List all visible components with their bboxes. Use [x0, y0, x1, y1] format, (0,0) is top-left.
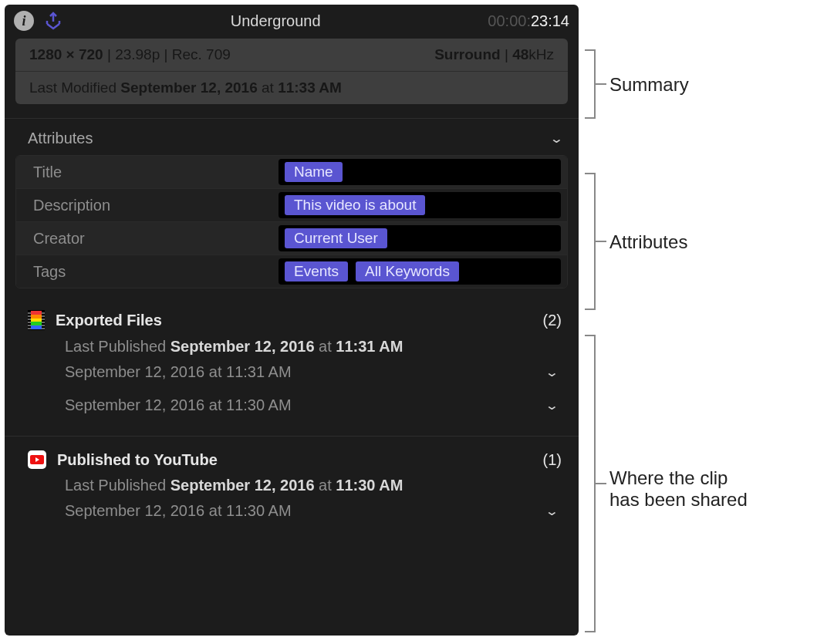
summary-audio: Surround | 48kHz: [434, 46, 554, 63]
share-item-text: September 12, 2016 at 11:30 AM: [65, 396, 292, 414]
attribute-value-creator[interactable]: Current User: [279, 225, 561, 251]
timecode-dim: 00:00:: [488, 12, 531, 29]
youtube-icon: [28, 450, 46, 469]
chevron-down-icon: ⌄: [545, 365, 559, 379]
attributes-label: Attributes: [28, 130, 93, 147]
attribute-token[interactable]: This video is about: [285, 195, 425, 215]
share-last-published: Last Published September 12, 2016 at 11:…: [28, 469, 562, 494]
summary-modified-time: 11:33 AM: [278, 79, 342, 96]
share-item[interactable]: September 12, 2016 at 11:30 AM ⌄: [28, 389, 562, 422]
share-last-published: Last Published September 12, 2016 at 11:…: [28, 330, 562, 356]
summary-modified-date: September 12, 2016: [120, 79, 257, 96]
attribute-label: Tags: [16, 257, 279, 287]
inspector-header: i Underground 00:00:23:14: [5, 5, 579, 39]
share-icon[interactable]: [43, 11, 63, 31]
share-inspector-panel: i Underground 00:00:23:14 1280 × 720 | 2…: [5, 5, 579, 636]
chevron-down-icon: ⌄: [545, 398, 559, 413]
share-title: Exported Files: [56, 312, 162, 329]
info-icon[interactable]: i: [14, 11, 34, 31]
attribute-row-tags: Tags Events All Keywords: [16, 255, 567, 288]
annotation-summary: Summary: [609, 74, 689, 96]
chevron-down-icon: ⌄: [545, 504, 559, 518]
summary-audio-rate: 48: [512, 46, 528, 62]
annotation-attributes: Attributes: [609, 231, 687, 253]
attributes-header[interactable]: Attributes ⌄: [5, 119, 579, 155]
annotation-bracket-summary: [585, 49, 596, 119]
attributes-section: Title Name Description This video is abo…: [15, 155, 568, 288]
share-count: (2): [543, 312, 562, 329]
summary-resolution: 1280 × 720: [29, 46, 103, 62]
attribute-label: Title: [16, 157, 279, 187]
timecode: 00:00:23:14: [488, 12, 569, 30]
share-title: Published to YouTube: [57, 451, 218, 469]
summary-color-space: Rec. 709: [172, 46, 231, 62]
share-item[interactable]: September 12, 2016 at 11:30 AM ⌄: [28, 494, 562, 528]
attribute-row-title: Title Name: [16, 156, 567, 188]
annotation-bracket-shared: [585, 335, 596, 632]
attribute-token[interactable]: All Keywords: [356, 261, 459, 282]
attribute-token[interactable]: Name: [285, 162, 343, 182]
clip-title: Underground: [73, 12, 478, 30]
share-block-youtube: Published to YouTube (1) Last Published …: [5, 437, 579, 531]
summary-format-left: 1280 × 720 | 23.98p | Rec. 709: [29, 46, 231, 63]
summary-box: 1280 × 720 | 23.98p | Rec. 709 Surround …: [15, 39, 568, 104]
attribute-value-tags[interactable]: Events All Keywords: [279, 258, 561, 285]
attribute-token[interactable]: Current User: [285, 228, 387, 248]
summary-audio-label: Surround: [434, 46, 501, 62]
timecode-bright: 23:14: [531, 12, 569, 29]
share-item-text: September 12, 2016 at 11:31 AM: [65, 363, 292, 381]
attribute-label: Description: [16, 191, 279, 221]
attribute-value-title[interactable]: Name: [279, 159, 561, 185]
summary-modified-row: Last Modified September 12, 2016 at 11:3…: [15, 72, 568, 104]
attribute-value-description[interactable]: This video is about: [279, 192, 561, 218]
attribute-row-description: Description This video is about: [16, 188, 567, 221]
annotation-shared: Where the clip has been shared: [609, 467, 748, 511]
attribute-token[interactable]: Events: [285, 261, 348, 282]
share-count: (1): [543, 451, 562, 469]
share-item[interactable]: September 12, 2016 at 11:31 AM ⌄: [28, 356, 562, 389]
share-head-exported[interactable]: Exported Files (2): [28, 310, 562, 330]
attribute-label: Creator: [16, 224, 279, 254]
film-icon: [28, 310, 45, 330]
summary-format-row: 1280 × 720 | 23.98p | Rec. 709 Surround …: [15, 39, 568, 71]
share-item-text: September 12, 2016 at 11:30 AM: [65, 502, 292, 520]
summary-frame-rate: 23.98p: [115, 46, 160, 62]
annotation-bracket-attributes: [585, 173, 596, 310]
share-block-exported: Exported Files (2) Last Published Septem…: [5, 296, 579, 425]
chevron-down-icon: ⌄: [549, 131, 563, 146]
share-head-youtube[interactable]: Published to YouTube (1): [28, 450, 562, 469]
attribute-row-creator: Creator Current User: [16, 221, 567, 255]
